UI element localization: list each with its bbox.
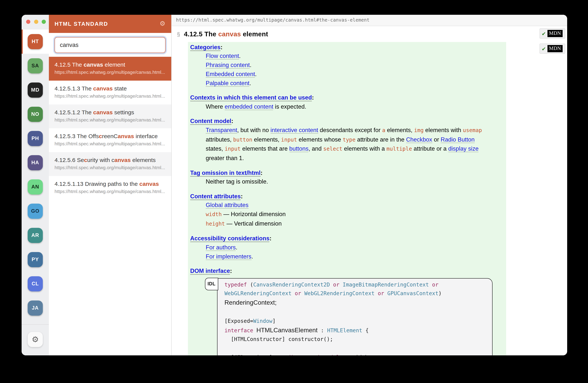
docset-item-ph[interactable]: PH [21, 126, 49, 151]
result-title: 4.12.5 The canvas element [55, 61, 165, 68]
spec-link[interactable]: Flow content [206, 53, 239, 60]
spec-term: DOM interface: [190, 267, 502, 275]
text-run: or [295, 290, 301, 297]
spec-link[interactable]: display size [448, 146, 479, 152]
text-run: HTMLCanvasElement [256, 326, 318, 333]
text-run: elements, [252, 136, 281, 142]
search-result-row[interactable]: 4.12.5.1.2 The canvas settingshttps://ht… [49, 104, 171, 128]
spec-link[interactable]: Palpable content [206, 80, 250, 86]
text-run: { [362, 327, 369, 333]
text-run: typedef [225, 281, 247, 287]
text-run: WebGL2RenderingContext [304, 290, 375, 297]
search-result-row[interactable]: 4.12.5.1.3 The canvas statehttps://html.… [49, 80, 171, 104]
zoom-window-button[interactable] [42, 20, 46, 24]
docset-icon: HT [28, 34, 43, 49]
spec-link[interactable]: DOM interface [190, 268, 230, 275]
text-run: . [236, 244, 238, 250]
spec-link[interactable]: Tag omission in text/html [190, 169, 260, 176]
docset-item-ja[interactable]: JA [21, 296, 49, 320]
text-run: elements with a [342, 146, 386, 152]
result-url: https://html.spec.whatwg.org/multipage/c… [55, 141, 165, 147]
text-run: states, [206, 146, 225, 152]
element-definition-box: Categories:Flow content.Phrasing content… [188, 42, 506, 355]
spec-definition: Phrasing content. [206, 60, 502, 70]
docset-icon: JA [28, 300, 43, 315]
spec-link[interactable]: Radio Button [441, 136, 475, 143]
spec-link[interactable]: Contexts in which this element can be us… [190, 94, 312, 101]
spec-link[interactable]: For authors [206, 244, 236, 251]
docset-item-md[interactable]: MD [21, 78, 49, 102]
text-run: WebGLRenderingContext [225, 290, 292, 297]
spec-link[interactable]: Categories [190, 44, 221, 51]
text-run [375, 290, 378, 297]
text-run: Window [253, 318, 273, 324]
text-run: . [239, 53, 241, 59]
spec-link[interactable]: Content attributes [190, 193, 241, 200]
rail-divider [21, 324, 49, 325]
preferences-button[interactable]: ⚙ [28, 332, 43, 347]
text-run: CanvasRenderingContext2D [253, 281, 330, 287]
gear-icon[interactable]: ⚙ [160, 20, 166, 28]
mdn-badge[interactable]: ✔ MDN [539, 28, 565, 38]
text-run: — Vertical dimension [225, 220, 282, 227]
text-run: RenderingContext; [225, 299, 276, 306]
text-run: : [231, 118, 233, 124]
section-permalink-icon[interactable]: § [177, 31, 180, 37]
spec-link[interactable]: Accessibility considerations [190, 235, 270, 242]
search-panel: HTML STANDARD ⚙ 4.12.5 The canvas elemen… [49, 15, 171, 355]
text-run: settings [113, 109, 134, 115]
idl-code-line: [Exposed=Window] [225, 317, 489, 326]
search-input[interactable] [55, 37, 165, 53]
spec-term: Accessibility considerations: [190, 234, 502, 243]
docset-item-an[interactable]: AN [21, 175, 49, 199]
docset-item-no[interactable]: NO [21, 102, 49, 126]
text-run: 4.12.5.1.2 The [55, 109, 93, 115]
spec-link[interactable]: Embedded content [206, 71, 255, 77]
close-window-button[interactable] [26, 20, 30, 24]
spec-link[interactable]: interactive content [271, 127, 318, 134]
docset-item-ht[interactable]: HT [21, 29, 49, 54]
text-run: canvas [93, 109, 113, 115]
spec-link[interactable]: embedded content [225, 103, 273, 110]
result-url: https://html.spec.whatwg.org/multipage/c… [55, 165, 165, 170]
text-run: [HTMLConstructor] constructor(); [225, 336, 333, 342]
check-icon: ✔ [542, 46, 546, 52]
spec-link[interactable]: Checkbox [406, 136, 432, 143]
docset-item-go[interactable]: GO [21, 199, 49, 223]
search-result-row[interactable]: 4.12.5 The canvas elementhttps://html.sp… [49, 57, 171, 80]
docset-item-ha[interactable]: HA [21, 151, 49, 175]
docset-item-ar[interactable]: AR [21, 223, 49, 247]
docset-icon: MD [28, 82, 43, 97]
spec-definition: Global attributes [206, 201, 502, 210]
content-area: https://html.spec.whatwg.org/multipage/c… [171, 15, 567, 355]
mdn-badge[interactable]: ✔ MDN [539, 43, 565, 54]
text-run: HTMLElement [327, 327, 362, 333]
text-run: ] [273, 318, 276, 324]
code-text: usemap [463, 127, 482, 133]
search-result-row[interactable]: 4.12.5.3 The OffscreenCanvas interfaceht… [49, 128, 171, 152]
docset-item-cl[interactable]: CL [21, 271, 49, 296]
minimize-window-button[interactable] [34, 20, 38, 24]
spec-link[interactable]: Phrasing content [206, 62, 250, 69]
spec-section: Content model:Transparent, but with no i… [190, 116, 502, 163]
gear-icon: ⚙ [32, 335, 39, 344]
code-text: width [206, 211, 222, 217]
spec-link[interactable]: buttons [289, 146, 309, 152]
spec-link[interactable]: Content model [190, 118, 231, 125]
search-result-row[interactable]: 4.12.5.1.13 Drawing paths to the canvash… [49, 176, 171, 200]
spec-section: Contexts in which this element can be us… [190, 93, 502, 111]
docset-icon: PY [28, 252, 43, 267]
code-text: multiple [386, 146, 412, 152]
check-icon: ✔ [542, 30, 546, 37]
text-run: — Horizontal dimension [222, 211, 286, 217]
search-result-row[interactable]: 4.12.5.6 Security with canvas elementsht… [49, 152, 171, 176]
spec-link[interactable]: For implementers [206, 253, 251, 260]
docset-item-py[interactable]: PY [21, 247, 49, 271]
text-run: or [432, 281, 439, 287]
result-title: 4.12.5.1.2 The canvas settings [55, 109, 165, 115]
docset-item-sa[interactable]: SA [21, 54, 49, 78]
dock-sidebar: HTSAMDNOPHHAANGOARPYCLJA ⚙ [21, 15, 49, 355]
spec-link[interactable]: Transparent [206, 127, 237, 134]
text-run: attribute unsigned long [276, 354, 349, 355]
spec-link[interactable]: Global attributes [206, 202, 249, 209]
